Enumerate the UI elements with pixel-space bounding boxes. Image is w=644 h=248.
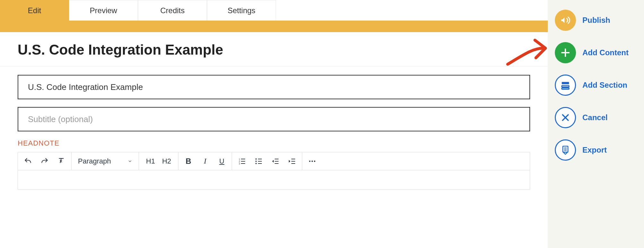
export-label: Export [582,146,607,155]
undo-icon [24,157,32,165]
plus-icon [555,42,576,63]
cancel-button[interactable]: Cancel [555,107,637,128]
chevron-down-icon [128,159,132,164]
outdent-button[interactable] [270,156,281,167]
redo-button[interactable] [39,156,50,167]
add-content-label: Add Content [582,48,629,57]
publish-button[interactable]: Publish [555,10,637,31]
add-content-button[interactable]: Add Content [555,42,637,63]
toolbar-group-text: B I U [178,152,232,170]
heading-group: H1 H2 [139,152,178,170]
form-area: HEADNOTE [0,66,548,190]
svg-point-6 [255,158,257,160]
svg-point-18 [309,160,311,162]
subtitle-input[interactable] [18,107,530,131]
toolbar-group-history [18,152,72,170]
tab-credits[interactable]: Credits [138,0,207,21]
ordered-list-icon: 1 2 3 [238,157,246,165]
indent-button[interactable] [287,156,297,167]
megaphone-icon [555,10,576,31]
redo-icon [40,157,49,165]
italic-button[interactable]: I [200,156,210,167]
add-section-button[interactable]: Add Section [555,75,637,96]
tab-settings[interactable]: Settings [207,0,276,21]
bold-button[interactable]: B [183,156,194,167]
unordered-list-button[interactable] [253,156,264,167]
section-icon [555,75,576,96]
svg-text:2: 2 [239,160,240,163]
publish-label: Publish [582,16,610,25]
export-icon [555,139,576,161]
editor-toolbar: Paragraph H1 H2 B I U [18,152,530,170]
h1-button[interactable]: H1 [146,157,155,165]
svg-point-7 [255,161,257,162]
tab-edit[interactable]: Edit [0,0,69,21]
close-icon [555,107,576,128]
ellipsis-icon [308,157,316,165]
svg-point-8 [255,163,257,164]
export-button[interactable]: Export [555,139,637,161]
undo-button[interactable] [22,156,33,167]
clear-format-button[interactable] [56,156,67,167]
editor: Paragraph H1 H2 B I U [18,152,530,190]
outdent-icon [271,157,279,165]
block-format-select[interactable]: Paragraph [72,152,139,170]
ordered-list-button[interactable]: 1 2 3 [236,156,247,167]
title-area: U.S. Code Integration Example [0,32,548,66]
title-input[interactable] [18,75,530,99]
add-section-label: Add Section [582,81,627,90]
svg-point-19 [312,160,313,162]
block-format-label: Paragraph [78,157,111,165]
svg-text:1: 1 [239,158,240,160]
h2-button[interactable]: H2 [162,157,171,165]
toolbar-group-more [302,152,322,170]
svg-rect-25 [562,88,569,89]
tab-preview[interactable]: Preview [69,0,138,21]
headnote-label: HEADNOTE [18,139,530,147]
indent-icon [288,157,296,165]
clear-format-icon [57,157,65,165]
svg-rect-23 [562,82,569,84]
toolbar-group-lists: 1 2 3 [232,152,302,170]
svg-rect-24 [562,85,569,87]
unordered-list-icon [255,157,262,165]
underline-button[interactable]: U [216,156,227,167]
editor-body[interactable] [18,170,530,190]
side-actions: Publish Add Content Add Section Cancel [548,0,644,248]
cancel-label: Cancel [582,113,608,122]
page-title: U.S. Code Integration Example [18,42,530,58]
tabs-row: Edit Preview Credits Settings [0,0,548,21]
accent-band [0,21,548,32]
main-column: Edit Preview Credits Settings U.S. Code … [0,0,548,248]
more-button[interactable] [307,156,318,167]
svg-point-20 [314,160,315,162]
svg-text:3: 3 [239,163,240,165]
